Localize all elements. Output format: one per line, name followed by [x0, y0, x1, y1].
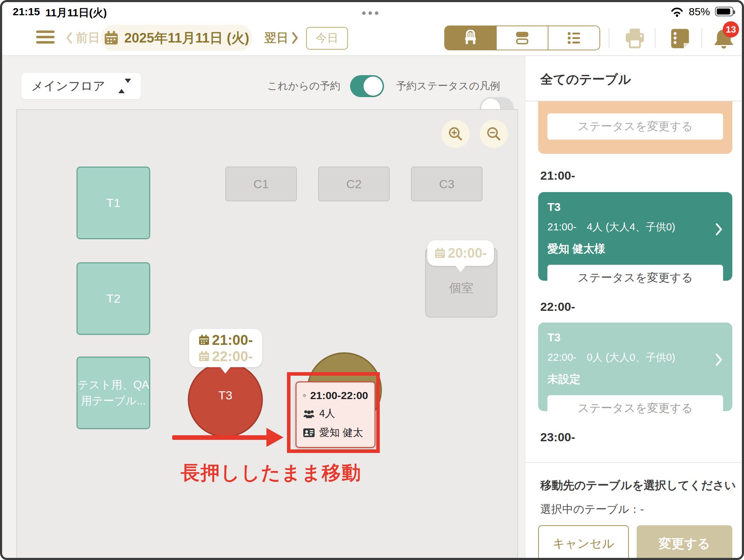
- change-status-button[interactable]: ステータスを変更する: [547, 113, 723, 140]
- card-table-name: T3: [547, 331, 723, 344]
- change-status-button[interactable]: ステータスを変更する: [547, 395, 723, 421]
- calendar-icon: [434, 247, 446, 259]
- notification-badge: 13: [723, 21, 739, 38]
- status-date: 11月11日(火): [45, 6, 107, 20]
- calendar-icon: [198, 334, 210, 346]
- table-test-label-2: 用テーブル...: [81, 393, 146, 409]
- card-guest-name: 愛知 健太様: [547, 241, 723, 256]
- annotation-text: 長押ししたまま移動: [181, 460, 361, 486]
- change-status-button[interactable]: ステータスを変更する: [547, 265, 723, 291]
- sidebar-title: 全てのテーブル: [540, 71, 631, 88]
- legend-toggle-label: 予約ステータスの凡例: [396, 75, 500, 97]
- table-test[interactable]: テスト用、QA 用テーブル...: [77, 357, 150, 429]
- sort-arrows-icon: [118, 83, 131, 89]
- table-t1[interactable]: T1: [77, 167, 150, 239]
- table-t2[interactable]: T2: [77, 262, 150, 335]
- upcoming-toggle[interactable]: [350, 75, 384, 97]
- cards-icon: [514, 30, 530, 46]
- card-guest-name: 未設定: [547, 372, 723, 387]
- battery-percent: 85%: [689, 6, 710, 18]
- menu-button[interactable]: [36, 30, 55, 46]
- status-time: 21:15: [13, 6, 40, 18]
- chair-icon: [462, 30, 479, 46]
- time-section-header: 23:00-: [540, 430, 575, 444]
- upcoming-toggle-label: これからの予約: [267, 75, 340, 97]
- table-t3-label: T3: [218, 388, 232, 402]
- next-day-button[interactable]: 翌日: [264, 30, 299, 46]
- reservation-tooltip: 21:00-22:00 4人: [295, 381, 376, 448]
- chevron-left-icon: [65, 32, 73, 44]
- view-list-tab[interactable]: [548, 26, 599, 50]
- multitask-dots-icon: [361, 10, 380, 16]
- floor-select[interactable]: メインフロア: [21, 73, 141, 99]
- view-switcher: [444, 26, 600, 50]
- annotation-arrow-shaft: [172, 435, 267, 440]
- t3-time-bubble: 21:00- 22:00-: [189, 329, 262, 367]
- calendar-icon: [198, 351, 210, 362]
- view-cards-tab[interactable]: [497, 26, 548, 50]
- annotation-arrow-head: [266, 428, 283, 447]
- calendar-icon: [104, 30, 119, 45]
- tooltip-time: 21:00-22:00: [310, 390, 368, 402]
- today-button[interactable]: 今日: [306, 27, 348, 50]
- card-detail: 21:00- 4人 (大人4、子供0): [547, 220, 723, 234]
- room-bubble-tail: [455, 265, 466, 272]
- room-time-bubble: 20:00-: [427, 240, 494, 266]
- list-icon: [566, 30, 582, 46]
- tooltip-guest-name: 愛知 健太: [319, 426, 363, 440]
- toolbar-divider: [701, 28, 702, 48]
- toolbar-divider: [609, 28, 609, 48]
- chevron-right-icon[interactable]: [715, 223, 723, 236]
- toolbar-divider: [655, 28, 655, 48]
- next-day-label: 翌日: [264, 30, 288, 46]
- tooltip-party-size: 4人: [319, 407, 335, 421]
- room-bubble-time: 20:00-: [448, 246, 487, 261]
- reservation-card-2100[interactable]: T3 21:00- 4人 (大人4、子供0) 愛知 健太様 ステータスを変更する: [538, 192, 732, 281]
- chevron-right-icon: [291, 32, 299, 44]
- print-button[interactable]: [621, 26, 646, 51]
- table-test-label-1: テスト用、QA: [78, 377, 149, 393]
- chevron-right-icon[interactable]: [715, 353, 723, 366]
- zoom-out-icon: [486, 126, 502, 142]
- prev-day-label: 前日: [76, 30, 100, 46]
- cancel-button[interactable]: キャンセル: [538, 525, 629, 560]
- wifi-icon: [670, 6, 684, 17]
- zoom-in-icon: [448, 126, 463, 142]
- notes-button[interactable]: [667, 26, 692, 51]
- table-c3[interactable]: C3: [411, 167, 483, 201]
- id-card-icon: [303, 427, 315, 438]
- zoom-in-button[interactable]: [441, 120, 470, 148]
- main-area: メインフロア これからの予約 予約ステータスの凡例: [2, 56, 525, 558]
- prev-day-button[interactable]: 前日: [65, 30, 100, 46]
- printer-icon: [624, 27, 646, 50]
- card-table-name: T3: [547, 201, 723, 214]
- status-card-orange[interactable]: ステータスを変更する: [538, 101, 732, 154]
- note-icon: [669, 27, 690, 49]
- selected-table-label: 選択中のテーブル：-: [540, 502, 644, 517]
- view-floor-map-tab[interactable]: [445, 26, 497, 50]
- zoom-out-button[interactable]: [480, 120, 508, 148]
- date-label: 2025年11月11日 (火): [124, 29, 249, 47]
- people-icon: [303, 408, 315, 419]
- reservation-card-2200[interactable]: T3 22:00- 0人 (大人0、子供0) 未設定 ステータスを変更する: [538, 323, 732, 411]
- card-detail: 22:00- 0人 (大人0、子供0): [547, 351, 723, 365]
- table-c2[interactable]: C2: [318, 167, 390, 201]
- battery-icon: [715, 7, 733, 16]
- t3-bubble-time-1: 21:00-: [212, 332, 253, 348]
- app-screen: 21:15 11月11日(火) 85% 前日: [0, 0, 744, 560]
- t3-bubble-time-2: 22:00-: [212, 348, 253, 364]
- clock-icon: [303, 390, 306, 401]
- table-c1[interactable]: C1: [225, 167, 297, 201]
- floor-select-value: メインフロア: [31, 78, 105, 94]
- sidebar: 全てのテーブル ステータスを変更する 21:00- T3 21:00- 4人 (…: [525, 56, 742, 558]
- status-bar: 21:15 11月11日(火) 85%: [2, 2, 742, 21]
- t3-bubble-tail: [220, 366, 231, 374]
- date-picker[interactable]: 2025年11月11日 (火): [101, 25, 252, 51]
- move-prompt: 移動先のテーブルを選択してください: [540, 478, 736, 493]
- time-section-header: 21:00-: [540, 169, 575, 183]
- toolbar: 前日 2025年11月11日 (火) 翌日 今日: [2, 21, 742, 55]
- time-section-header: 22:00-: [540, 300, 575, 314]
- floor-map: T1 T2 テスト用、QA 用テーブル... C1 C2 C3 個室: [16, 109, 518, 560]
- confirm-change-button[interactable]: 変更する: [637, 525, 732, 560]
- sidebar-footer-divider: [525, 462, 742, 463]
